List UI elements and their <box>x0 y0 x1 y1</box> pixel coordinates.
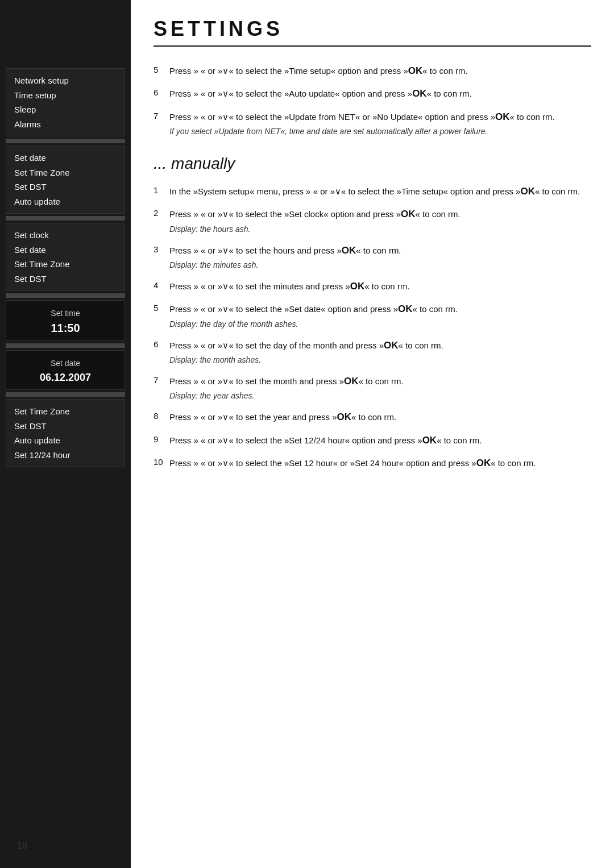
menu-item-alarms[interactable]: Alarms <box>14 117 117 132</box>
divider-3 <box>6 293 125 298</box>
menu-item-sleep[interactable]: Sleep <box>14 102 117 117</box>
menu-item-set-timezone[interactable]: Set Time Zone <box>14 165 117 180</box>
set-time-label: Set time <box>14 306 117 321</box>
menu-item-set-date2[interactable]: Set date <box>14 243 117 258</box>
step-subtext: Display: the month ashes. <box>169 354 443 366</box>
step-text: In the »System setup« menu, press » « or… <box>169 186 580 196</box>
step-text: Press » « or »∨« to select the »Set cloc… <box>169 209 460 219</box>
step-text: Press » « or »∨« to set the year and pre… <box>169 412 396 422</box>
step-num: 7 <box>154 110 167 123</box>
menu-item-auto-update[interactable]: Auto update <box>14 194 117 209</box>
time-value: 11:50 <box>14 322 117 335</box>
manual-submenu-group: Set clock Set date Set Time Zone Set DST <box>6 223 125 291</box>
main-content: SETTINGS 5 Press » « or »∨« to select th… <box>131 0 614 868</box>
menu-item-set-timezone2[interactable]: Set Time Zone <box>14 257 117 272</box>
menu-item-time[interactable]: Time setup <box>14 88 117 103</box>
step-item: 2 Press » « or »∨« to select the »Set cl… <box>154 207 591 235</box>
menu-item-auto-update2[interactable]: Auto update <box>14 433 117 448</box>
menu-item-set-clock[interactable]: Set clock <box>14 228 117 243</box>
step-subtext: If you select »Update from NET«, time an… <box>169 126 555 138</box>
step-item: 3 Press » « or »∨« to set the hours and … <box>154 243 591 271</box>
menu-item-set-timezone3[interactable]: Set Time Zone <box>14 404 117 419</box>
manually-heading: ... manually <box>154 155 591 173</box>
step-item: 9 Press » « or »∨« to select the »Set 12… <box>154 433 591 448</box>
step-text: Press » « or »∨« to select the »Auto upd… <box>169 89 472 98</box>
step-text: Press » « or »∨« to select the »Set 12 h… <box>169 458 536 468</box>
divider-2 <box>6 216 125 221</box>
step-num: 6 <box>154 86 167 99</box>
menu-item-set-date[interactable]: Set date <box>14 151 117 165</box>
bottom-submenu-group: Set Time Zone Set DST Auto update Set 12… <box>6 399 125 467</box>
step-text: Press » « or »∨« to select the »Set date… <box>169 304 458 314</box>
menu-item-network[interactable]: Network setup <box>14 73 117 88</box>
divider-1 <box>6 139 125 143</box>
step-text: Press » « or »∨« to set the minutes and … <box>169 281 410 291</box>
set-date-label: Set date <box>14 356 117 371</box>
sidebar: Network setup Time setup Sleep Alarms Se… <box>0 0 131 868</box>
set-time-group: Set time 11:50 <box>6 300 125 341</box>
menu-item-set-dst3[interactable]: Set DST <box>14 419 117 434</box>
main-menu-group: Network setup Time setup Sleep Alarms <box>6 68 125 136</box>
step-num: 4 <box>154 279 167 292</box>
manual-steps-list: 1 In the »System setup« menu, press » « … <box>154 184 591 471</box>
step-num: 5 <box>154 302 167 315</box>
auto-steps-list: 5 Press » « or »∨« to select the »Time s… <box>154 64 591 138</box>
time-submenu-group: Set date Set Time Zone Set DST Auto upda… <box>6 146 125 214</box>
step-text: Press » « or »∨« to set the day of the m… <box>169 340 443 350</box>
step-subtext: Display: the day of the month ashes. <box>169 318 458 330</box>
step-num: 1 <box>154 184 167 197</box>
step-item: 1 In the »System setup« menu, press » « … <box>154 184 591 199</box>
step-num: 3 <box>154 243 167 256</box>
step-text: Press » « or »∨« to set the month and pr… <box>169 376 404 386</box>
step-num: 10 <box>154 456 167 469</box>
step-num: 7 <box>154 374 167 387</box>
step-num: 8 <box>154 410 167 423</box>
step-num: 6 <box>154 338 167 351</box>
step-subtext: Display: the year ashes. <box>169 390 404 402</box>
step-item: 6 Press » « or »∨« to select the »Auto u… <box>154 86 591 101</box>
step-subtext: Display: the minutes ash. <box>169 259 401 271</box>
step-item: 4 Press » « or »∨« to set the minutes an… <box>154 279 591 294</box>
date-value: 06.12.2007 <box>14 372 117 384</box>
step-item: 8 Press » « or »∨« to set the year and p… <box>154 410 591 425</box>
step-item: 5 Press » « or »∨« to select the »Set da… <box>154 302 591 330</box>
step-num: 2 <box>154 207 167 220</box>
menu-item-set-dst2[interactable]: Set DST <box>14 272 117 286</box>
divider-5 <box>6 392 125 397</box>
step-text: Press » « or »∨« to select the »Update f… <box>169 112 555 122</box>
step-item: 7 Press » « or »∨« to set the month and … <box>154 374 591 402</box>
menu-item-set-dst[interactable]: Set DST <box>14 180 117 194</box>
step-num: 5 <box>154 64 167 77</box>
step-text: Press » « or »∨« to select the »Set 12/2… <box>169 435 482 445</box>
step-text: Press » « or »∨« to select the »Time set… <box>169 66 468 76</box>
step-item: 7 Press » « or »∨« to select the »Update… <box>154 110 591 138</box>
step-num: 9 <box>154 433 167 446</box>
menu-item-set-1224[interactable]: Set 12/24 hour <box>14 448 117 463</box>
set-date-group: Set date 06.12.2007 <box>6 350 125 390</box>
divider-4 <box>6 343 125 348</box>
step-item: 6 Press » « or »∨« to set the day of the… <box>154 338 591 366</box>
page-title: SETTINGS <box>154 17 591 47</box>
step-text: Press » « or »∨« to set the hours and pr… <box>169 246 401 255</box>
step-subtext: Display: the hours ash. <box>169 223 460 235</box>
step-item: 10 Press » « or »∨« to select the »Set 1… <box>154 456 591 471</box>
page-number: 18 <box>17 841 27 851</box>
step-item: 5 Press » « or »∨« to select the »Time s… <box>154 64 591 78</box>
